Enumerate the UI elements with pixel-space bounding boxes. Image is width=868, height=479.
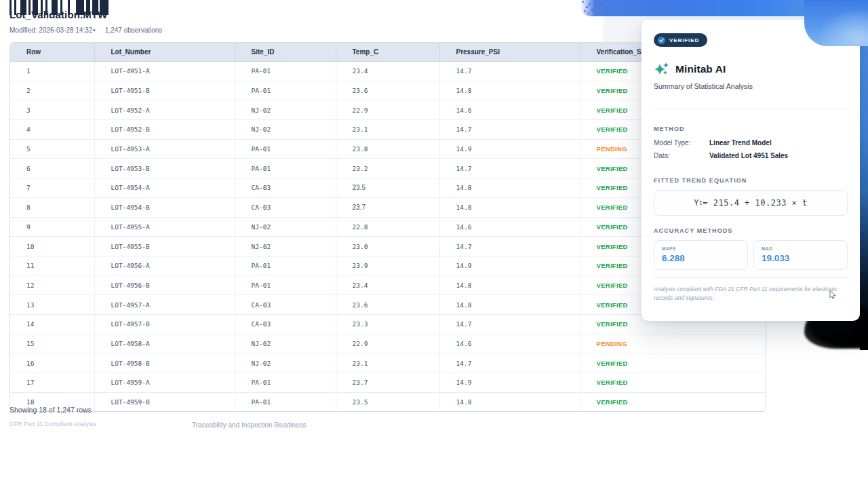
cell-site-id[interactable]: NJ-02 — [235, 100, 336, 120]
cell-temp-c[interactable]: 22.8 — [336, 217, 439, 237]
cell-row-number[interactable]: 13 — [10, 295, 94, 315]
cell-lot-number[interactable]: LOT-4956-A — [94, 256, 235, 275]
cell-row-number[interactable]: 10 — [10, 237, 94, 256]
cell-site-id[interactable]: PA-01 — [235, 256, 336, 275]
cell-site-id[interactable]: PA-01 — [235, 275, 336, 295]
cell-verification-status[interactable]: VERIFIED — [580, 392, 766, 411]
cell-temp-c[interactable]: 22.9 — [336, 100, 439, 120]
cell-verification-status[interactable]: VERIFIED — [580, 373, 766, 393]
cell-lot-number[interactable]: LOT-4957-A — [94, 295, 235, 315]
cell-lot-number[interactable]: LOT-4955-B — [94, 237, 235, 256]
cell-row-number[interactable]: 12 — [10, 275, 94, 295]
cell-temp-c[interactable]: 23.8 — [336, 139, 439, 159]
cell-lot-number[interactable]: LOT-4953-B — [94, 159, 235, 178]
column-header-temp_c[interactable]: Temp_C — [336, 43, 439, 62]
cell-pressure-psi[interactable]: 14.7 — [439, 237, 580, 256]
column-header-site_id[interactable]: Site_ID — [235, 43, 336, 62]
cell-lot-number[interactable]: LOT-4954-B — [94, 197, 235, 217]
cell-lot-number[interactable]: LOT-4951-B — [94, 81, 235, 100]
cell-site-id[interactable]: NJ-02 — [235, 120, 336, 140]
cell-temp-c[interactable]: 23.4 — [336, 275, 439, 295]
cell-pressure-psi[interactable]: 14.8 — [439, 81, 580, 100]
cell-temp-c[interactable]: 23.7 — [336, 373, 439, 393]
cell-pressure-psi[interactable]: 14.7 — [439, 120, 580, 140]
cell-row-number[interactable]: 17 — [10, 373, 94, 393]
cell-site-id[interactable]: CA-03 — [235, 178, 336, 198]
cell-site-id[interactable]: PA-01 — [235, 373, 336, 393]
cell-temp-c[interactable]: 22.9 — [336, 334, 439, 353]
cell-lot-number[interactable]: LOT-4951-A — [94, 62, 235, 81]
cell-pressure-psi[interactable]: 14.6 — [439, 217, 580, 237]
cell-site-id[interactable]: PA-01 — [235, 139, 336, 159]
cell-verification-status[interactable]: PENDING — [580, 334, 766, 353]
cell-row-number[interactable]: 7 — [10, 178, 94, 198]
cell-row-number[interactable]: 16 — [10, 353, 94, 373]
cell-pressure-psi[interactable]: 14.9 — [439, 139, 580, 159]
cell-temp-c[interactable]: 23.4 — [336, 62, 439, 81]
cell-temp-c[interactable]: 23.5 — [336, 392, 439, 411]
cell-pressure-psi[interactable]: 14.7 — [439, 353, 580, 373]
cell-site-id[interactable]: CA-03 — [235, 314, 336, 334]
cell-row-number[interactable]: 1 — [10, 62, 94, 81]
cell-temp-c[interactable]: 23.1 — [336, 120, 439, 140]
cell-temp-c[interactable]: 23.2 — [336, 159, 439, 178]
cell-temp-c[interactable]: 23.9 — [336, 256, 439, 275]
cell-pressure-psi[interactable]: 14.7 — [439, 62, 580, 81]
cell-temp-c[interactable]: 23.3 — [336, 314, 439, 334]
cell-site-id[interactable]: CA-03 — [235, 295, 336, 315]
table-row[interactable]: 17LOT-4959-APA-0123.714.9VERIFIED — [10, 373, 766, 393]
cell-temp-c[interactable]: 23.5 — [336, 178, 439, 198]
cell-temp-c[interactable]: 23.6 — [336, 295, 439, 315]
cell-pressure-psi[interactable]: 14.8 — [439, 275, 580, 295]
cell-verification-status[interactable]: VERIFIED — [580, 353, 766, 373]
cell-pressure-psi[interactable]: 14.6 — [439, 100, 580, 120]
cell-site-id[interactable]: PA-01 — [235, 159, 336, 178]
cell-lot-number[interactable]: LOT-4959-A — [94, 373, 235, 393]
cell-temp-c[interactable]: 23.7 — [336, 197, 439, 217]
cell-temp-c[interactable]: 23.1 — [336, 353, 439, 373]
cell-row-number[interactable]: 9 — [10, 217, 94, 237]
cell-lot-number[interactable]: LOT-4954-A — [94, 178, 235, 198]
cell-pressure-psi[interactable]: 14.8 — [439, 392, 580, 411]
cell-pressure-psi[interactable]: 14.9 — [439, 256, 580, 275]
cell-pressure-psi[interactable]: 14.9 — [439, 373, 580, 393]
cell-row-number[interactable]: 3 — [10, 100, 94, 120]
cell-row-number[interactable]: 5 — [10, 139, 94, 159]
cell-lot-number[interactable]: LOT-4952-B — [94, 120, 235, 140]
cell-lot-number[interactable]: LOT-4958-A — [94, 334, 235, 353]
cell-lot-number[interactable]: LOT-4955-A — [94, 217, 235, 237]
column-header-lot_number[interactable]: Lot_Number — [94, 43, 235, 62]
cell-site-id[interactable]: NJ-02 — [235, 217, 336, 237]
cell-pressure-psi[interactable]: 14.7 — [439, 314, 580, 334]
cell-pressure-psi[interactable]: 14.8 — [439, 197, 580, 217]
cell-pressure-psi[interactable]: 14.8 — [439, 178, 580, 198]
cell-temp-c[interactable]: 23.6 — [336, 81, 439, 100]
cell-row-number[interactable]: 14 — [10, 314, 94, 334]
cell-pressure-psi[interactable]: 14.6 — [439, 334, 580, 353]
cell-lot-number[interactable]: LOT-4952-A — [94, 100, 235, 120]
cell-site-id[interactable]: PA-01 — [235, 81, 336, 100]
cell-lot-number[interactable]: LOT-4959-B — [94, 392, 235, 411]
cell-temp-c[interactable]: 23.0 — [336, 237, 439, 256]
table-row[interactable]: 16LOT-4958-BNJ-0223.114.7VERIFIED — [10, 353, 766, 373]
cell-lot-number[interactable]: LOT-4957-B — [94, 314, 235, 334]
cell-pressure-psi[interactable]: 14.7 — [439, 159, 580, 178]
table-row[interactable]: 18LOT-4959-BPA-0123.514.8VERIFIED — [10, 392, 766, 411]
cell-row-number[interactable]: 11 — [10, 256, 94, 275]
cell-site-id[interactable]: PA-01 — [235, 392, 336, 411]
cell-row-number[interactable]: 8 — [10, 197, 94, 217]
table-row[interactable]: 15LOT-4958-ANJ-0222.914.6PENDING — [10, 334, 766, 353]
cell-row-number[interactable]: 6 — [10, 159, 94, 178]
cell-lot-number[interactable]: LOT-4953-A — [94, 139, 235, 159]
cell-site-id[interactable]: NJ-02 — [235, 334, 336, 353]
cell-row-number[interactable]: 2 — [10, 81, 94, 100]
cell-lot-number[interactable]: LOT-4958-B — [94, 353, 235, 373]
cell-lot-number[interactable]: LOT-4956-B — [94, 275, 235, 295]
column-header-row[interactable]: Row — [10, 43, 94, 62]
cell-site-id[interactable]: NJ-02 — [235, 353, 336, 373]
cell-site-id[interactable]: PA-01 — [235, 62, 336, 81]
cell-site-id[interactable]: NJ-02 — [235, 237, 336, 256]
cell-site-id[interactable]: CA-03 — [235, 197, 336, 217]
cell-row-number[interactable]: 4 — [10, 120, 94, 140]
cell-pressure-psi[interactable]: 14.8 — [439, 295, 580, 315]
